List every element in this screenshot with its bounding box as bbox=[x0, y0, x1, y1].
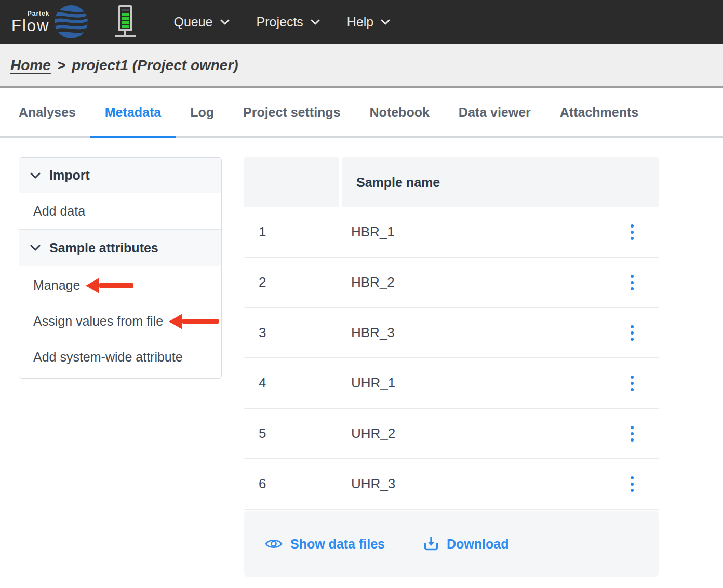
sidebar-item-label: Add system-wide attribute bbox=[33, 350, 183, 365]
breadcrumb-current: project1 (Project owner) bbox=[72, 57, 238, 74]
sample-name-cell: HBR_3 bbox=[339, 325, 627, 341]
tab-notebook[interactable]: Notebook bbox=[355, 88, 444, 138]
download-button[interactable]: Download bbox=[423, 536, 508, 552]
sample-name-cell: UHR_3 bbox=[339, 476, 627, 492]
logo-brand-text: Partek bbox=[28, 10, 50, 17]
row-index: 3 bbox=[244, 325, 339, 341]
sidebar-item-label: Add data bbox=[33, 204, 85, 219]
chevron-down-icon bbox=[220, 19, 230, 25]
sidebar-section-import[interactable]: Import bbox=[19, 158, 221, 193]
chevron-down-icon bbox=[381, 19, 390, 25]
sidebar-section-label: Import bbox=[49, 168, 90, 183]
chevron-down-icon bbox=[30, 245, 41, 251]
tab-attachments[interactable]: Attachments bbox=[545, 88, 653, 138]
table-row: 1 HBR_1 bbox=[244, 207, 659, 258]
arrow-tail bbox=[99, 283, 133, 288]
table-footer: Show data files Download bbox=[244, 511, 659, 577]
column-header-sample-name: Sample name bbox=[342, 157, 659, 207]
tab-project-settings[interactable]: Project settings bbox=[229, 88, 355, 138]
project-tabs: Analyses Metadata Log Project settings N… bbox=[0, 88, 723, 138]
kebab-menu-icon[interactable] bbox=[627, 473, 637, 495]
sidebar-item-assign-values-from-file[interactable]: Assign values from file bbox=[19, 303, 221, 339]
sample-table: Sample name 1 HBR_1 2 HBR_2 3 HBR_3 4 UH… bbox=[244, 157, 659, 577]
show-data-files-button[interactable]: Show data files bbox=[265, 537, 385, 552]
kebab-menu-icon[interactable] bbox=[627, 221, 637, 243]
metadata-sidebar: Import Add data Sample attributes Manage… bbox=[19, 157, 222, 379]
metadata-content: Import Add data Sample attributes Manage… bbox=[19, 157, 723, 577]
sidebar-item-add-system-wide-attribute[interactable]: Add system-wide attribute bbox=[19, 339, 221, 375]
annotation-arrow bbox=[86, 278, 133, 293]
table-row: 4 UHR_1 bbox=[244, 358, 659, 409]
sample-name-cell: HBR_1 bbox=[339, 224, 627, 240]
row-index: 2 bbox=[244, 274, 339, 290]
sample-name-cell: UHR_2 bbox=[339, 425, 627, 442]
tab-metadata[interactable]: Metadata bbox=[90, 88, 176, 138]
chevron-down-icon bbox=[30, 172, 41, 179]
row-index: 6 bbox=[244, 476, 339, 492]
table-row: 5 UHR_2 bbox=[244, 409, 659, 459]
kebab-menu-icon[interactable] bbox=[627, 423, 637, 445]
nav-queue[interactable]: Queue bbox=[160, 0, 243, 44]
table-row: 6 UHR_3 bbox=[244, 459, 659, 510]
kebab-menu-icon[interactable] bbox=[627, 372, 637, 394]
top-navbar: Partek Flow bbox=[0, 0, 723, 44]
nav-projects-label: Projects bbox=[257, 15, 303, 30]
breadcrumb-home-link[interactable]: Home bbox=[10, 57, 51, 74]
download-icon bbox=[423, 536, 439, 552]
logo-wordmark: Partek Flow bbox=[11, 10, 49, 34]
tab-analyses[interactable]: Analyses bbox=[4, 88, 90, 138]
breadcrumb-separator: > bbox=[57, 57, 65, 74]
sample-attributes-group: Manage Assign values from file Add syste… bbox=[19, 266, 221, 378]
eye-icon bbox=[265, 538, 283, 550]
sidebar-section-label: Sample attributes bbox=[49, 240, 158, 256]
kebab-menu-icon[interactable] bbox=[627, 272, 637, 293]
nav-queue-label: Queue bbox=[173, 15, 212, 30]
annotation-arrow bbox=[169, 314, 219, 329]
nav-projects[interactable]: Projects bbox=[243, 0, 333, 44]
table-header-row: Sample name bbox=[244, 157, 659, 207]
tab-data-viewer[interactable]: Data viewer bbox=[444, 88, 545, 138]
download-label: Download bbox=[447, 537, 508, 552]
sidebar-item-label: Assign values from file bbox=[33, 314, 163, 329]
arrow-tail bbox=[182, 319, 219, 324]
sample-name-cell: UHR_1 bbox=[339, 375, 627, 391]
arrow-head bbox=[169, 314, 182, 329]
sidebar-item-label: Manage bbox=[33, 278, 80, 293]
arrow-head bbox=[86, 278, 99, 293]
server-status-icon[interactable] bbox=[111, 5, 139, 38]
row-index: 1 bbox=[244, 224, 339, 240]
partek-flow-logo[interactable]: Partek Flow bbox=[11, 5, 88, 39]
show-data-files-label: Show data files bbox=[290, 537, 385, 552]
partek-globe-icon bbox=[54, 5, 88, 39]
nav-help[interactable]: Help bbox=[333, 0, 404, 44]
sidebar-item-add-data[interactable]: Add data bbox=[19, 193, 221, 230]
table-row: 2 HBR_2 bbox=[244, 258, 659, 308]
kebab-menu-icon[interactable] bbox=[627, 322, 637, 344]
column-header-index bbox=[244, 157, 339, 207]
chevron-down-icon bbox=[311, 19, 320, 25]
row-index: 5 bbox=[244, 425, 339, 442]
main-menu: Queue Projects Help bbox=[160, 0, 404, 44]
sidebar-item-manage[interactable]: Manage bbox=[19, 268, 221, 303]
tab-log[interactable]: Log bbox=[176, 88, 229, 138]
nav-help-label: Help bbox=[347, 15, 373, 30]
sample-name-cell: HBR_2 bbox=[339, 274, 627, 290]
row-index: 4 bbox=[244, 375, 339, 391]
sidebar-section-sample-attributes[interactable]: Sample attributes bbox=[19, 230, 221, 266]
logo-product-text: Flow bbox=[11, 18, 49, 34]
table-row: 3 HBR_3 bbox=[244, 308, 659, 358]
breadcrumb: Home > project1 (Project owner) bbox=[0, 44, 723, 88]
